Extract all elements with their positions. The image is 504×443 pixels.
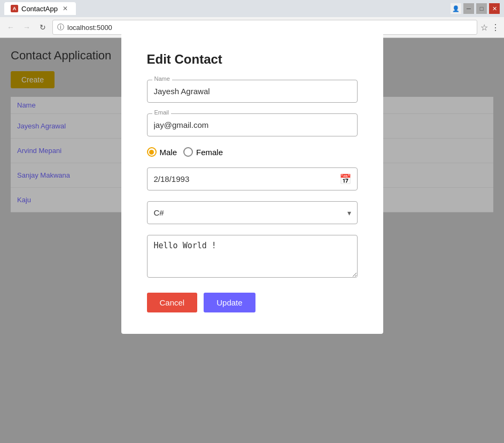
male-radio-circle [147,147,157,157]
edit-contact-modal: Edit Contact Name Email Male Female [121,33,383,334]
modal-overlay: Edit Contact Name Email Male Female [0,38,504,443]
tab-label: ContactApp [21,5,58,13]
update-button[interactable]: Update [204,293,255,312]
user-icon-btn[interactable]: 👤 [451,3,461,14]
forward-btn[interactable]: → [20,21,33,34]
maximize-btn[interactable]: □ [476,3,487,14]
bookmark-btn[interactable]: ☆ [480,22,488,33]
minimize-btn[interactable]: ─ [463,3,474,14]
female-option[interactable]: Female [183,147,223,157]
female-label: Female [196,148,223,157]
tab-close-btn[interactable]: ✕ [61,4,69,13]
select-wrapper: C# Java Python JavaScript ▾ [147,201,358,224]
name-field: Name [147,80,358,103]
email-field: Email [147,113,358,136]
address-text: localhost:5000 [67,24,472,32]
back-btn[interactable]: ← [4,21,17,34]
title-bar: A ContactApp ✕ 👤 ─ □ ✕ [0,0,504,17]
calendar-icon[interactable]: 📅 [339,173,351,185]
dob-field: 📅 [147,167,358,190]
refresh-btn[interactable]: ↻ [36,21,49,34]
title-bar-left: A ContactApp ✕ [4,2,76,15]
name-label: Name [152,75,172,82]
female-radio-circle [183,147,193,157]
security-icon: ⓘ [57,22,64,32]
app-icon: A [11,5,18,12]
page-background: Contact Application Create Name Email Ja… [0,38,504,443]
male-option[interactable]: Male [147,147,177,157]
modal-actions: Cancel Update [147,293,358,312]
notes-field: Hello World ! [147,235,358,280]
browser-tab[interactable]: A ContactApp ✕ [4,2,76,15]
dob-input[interactable] [147,167,358,190]
chrome-menu-btn[interactable]: ⋮ [491,22,500,33]
name-input[interactable] [147,80,358,103]
email-input[interactable] [147,113,358,136]
notes-textarea[interactable]: Hello World ! [147,235,358,278]
male-label: Male [160,148,177,157]
language-select[interactable]: C# Java Python JavaScript [147,201,358,224]
modal-title: Edit Contact [147,52,358,67]
close-btn[interactable]: ✕ [489,3,500,14]
window-controls: 👤 ─ □ ✕ [451,3,500,14]
gender-radio-group: Male Female [147,147,358,157]
email-label: Email [152,109,172,116]
cancel-button[interactable]: Cancel [147,293,198,312]
language-field: C# Java Python JavaScript ▾ [147,201,358,224]
